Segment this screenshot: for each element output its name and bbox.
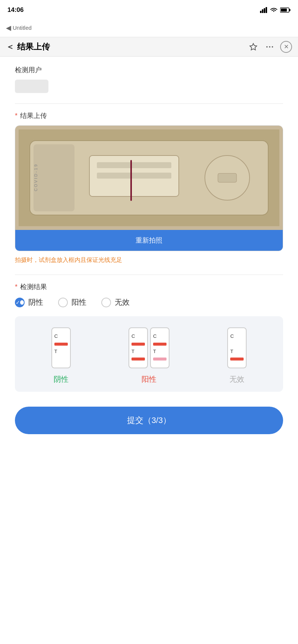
- invalid-label: 无效: [229, 374, 244, 384]
- page-content: 检测用户 * 结果上传 C O V I D - 1 9: [0, 57, 298, 443]
- svg-point-8: [266, 46, 268, 48]
- svg-marker-7: [250, 43, 257, 49]
- close-button[interactable]: ✕: [280, 41, 292, 53]
- radio-negative[interactable]: ✓ 阴性: [15, 297, 43, 307]
- tab-actions: ✕: [247, 41, 292, 53]
- status-icons: [260, 7, 291, 13]
- wifi-icon: [270, 7, 278, 13]
- negative-strip: C T: [51, 327, 71, 368]
- svg-rect-1: [262, 9, 263, 13]
- result-required-marker: *: [15, 283, 18, 291]
- positive-c1-line: [131, 343, 145, 346]
- svg-point-9: [269, 46, 270, 48]
- radio-invalid[interactable]: 无效: [101, 297, 130, 307]
- invalid-strip-group: C T: [227, 327, 247, 368]
- radio-negative-circle: ✓: [15, 298, 25, 307]
- svg-rect-13: [34, 144, 74, 211]
- invalid-c-line: [230, 343, 244, 346]
- result-illustration: C T 阴性 C T: [15, 316, 283, 392]
- negative-strip-t-label: T: [54, 346, 68, 357]
- status-time: 14:06: [7, 6, 23, 14]
- positive-strip-1: C T: [129, 327, 148, 368]
- negative-t-line: [54, 358, 68, 361]
- positive-strip2-c-label: C: [153, 331, 167, 342]
- radio-invalid-label: 无效: [115, 297, 130, 307]
- invalid-strip-c-label: C: [230, 331, 244, 342]
- result-negative-item: C T 阴性: [51, 327, 71, 384]
- page-back-icon[interactable]: ＜: [6, 41, 14, 52]
- status-bar: 14:06: [0, 0, 298, 19]
- invalid-strip-t-label: T: [230, 346, 244, 357]
- retake-button[interactable]: 重新拍照: [15, 230, 283, 251]
- bookmark-button[interactable]: [247, 41, 259, 53]
- required-marker: *: [15, 112, 18, 119]
- svg-rect-3: [266, 7, 267, 13]
- negative-strip-c-label: C: [54, 331, 68, 342]
- svg-rect-18: [130, 160, 132, 201]
- radio-negative-label: 阴性: [28, 297, 43, 307]
- invalid-t-line: [230, 358, 244, 361]
- result-section-label: * 检测结果: [15, 282, 283, 291]
- back-button[interactable]: ◀ Untitled: [6, 24, 32, 32]
- browser-nav-bar: ◀ Untitled: [0, 19, 298, 37]
- svg-point-10: [272, 46, 273, 48]
- positive-strip1-t-label: T: [131, 346, 145, 357]
- invalid-strip: C T: [227, 327, 247, 368]
- radio-invalid-circle: [101, 298, 111, 307]
- positive-strip-group: C T C T: [129, 327, 169, 368]
- svg-rect-17: [97, 173, 171, 179]
- svg-rect-0: [260, 11, 261, 13]
- photo-container: C O V I D - 1 9 重新拍照: [15, 125, 283, 251]
- upload-section: * 结果上传 C O V I D - 1 9: [15, 111, 283, 264]
- positive-label: 阳性: [142, 374, 156, 384]
- more-button[interactable]: [264, 41, 276, 53]
- divider-1: [15, 103, 283, 104]
- test-kit-photo: C O V I D - 1 9: [15, 126, 283, 230]
- user-tag: [15, 80, 48, 93]
- back-label: Untitled: [13, 25, 32, 31]
- negative-label: 阴性: [54, 374, 69, 384]
- page-title-bar: ＜ 结果上传: [6, 41, 244, 52]
- negative-c-line: [54, 343, 68, 346]
- radio-group: ✓ 阴性 阳性 无效: [15, 297, 283, 307]
- divider-2: [15, 275, 283, 275]
- svg-text:C O V I D - 1 9: C O V I D - 1 9: [34, 164, 38, 191]
- svg-rect-2: [264, 8, 265, 13]
- positive-c2-line: [153, 343, 167, 346]
- svg-rect-5: [289, 9, 291, 11]
- svg-rect-6: [281, 9, 287, 12]
- photo-hint: 拍摄时，试剂盒放入框内且保证光线充足: [15, 256, 283, 264]
- submit-button[interactable]: 提交（3/3）: [15, 407, 283, 434]
- positive-t2-line: [153, 358, 167, 361]
- svg-rect-20: [218, 173, 237, 182]
- radio-positive[interactable]: 阳性: [58, 297, 86, 307]
- checkmark-icon: ✓: [16, 299, 20, 305]
- page-header: ＜ 结果上传 ✕: [0, 37, 298, 57]
- positive-strip2-t-label: T: [153, 346, 167, 357]
- negative-strip-group: C T: [51, 327, 71, 368]
- signal-icon: [260, 7, 267, 13]
- radio-positive-circle: [58, 298, 68, 307]
- user-section: 检测用户: [15, 65, 283, 93]
- user-section-label: 检测用户: [15, 65, 283, 74]
- upload-section-label: * 结果上传: [15, 111, 283, 120]
- back-arrow-icon: ◀: [6, 24, 11, 32]
- radio-positive-label: 阳性: [72, 297, 86, 307]
- page-title: 结果上传: [17, 41, 50, 52]
- svg-rect-16: [97, 162, 171, 168]
- positive-t1-line: [131, 358, 145, 361]
- result-invalid-item: C T 无效: [227, 327, 247, 384]
- result-section: * 检测结果 ✓ 阴性 阳性 无效: [15, 282, 283, 392]
- test-kit-svg: C O V I D - 1 9: [19, 129, 279, 226]
- battery-icon: [280, 7, 291, 13]
- result-positive-item: C T C T 阳性: [129, 327, 169, 384]
- positive-strip1-c-label: C: [131, 331, 145, 342]
- positive-strip-2: C T: [150, 327, 169, 368]
